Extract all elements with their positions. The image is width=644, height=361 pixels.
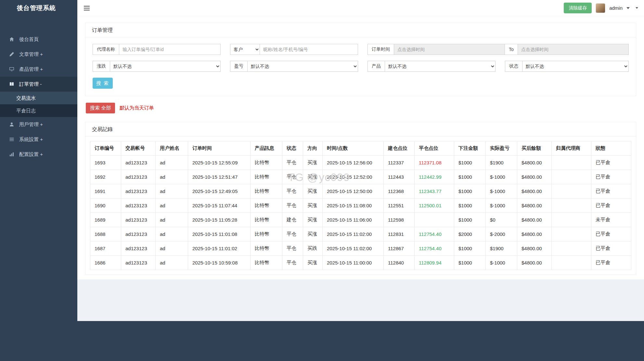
product-select[interactable]: 默认不选	[385, 61, 496, 72]
state-cell: 未平倉	[591, 213, 631, 227]
balance-after-cell: $4800.00	[517, 199, 552, 213]
search-all-button[interactable]: 搜索 全部	[86, 103, 115, 113]
profit-filter-label: 盈亏	[230, 61, 248, 72]
bet-amount-cell: $1000	[454, 256, 486, 270]
status-cell: 平仓	[282, 227, 303, 241]
sidebar-item-label: 訂單管理 -	[19, 81, 42, 87]
sidebar-item-articles[interactable]: 文章管理 +	[0, 47, 77, 62]
sidebar-item-users[interactable]: 用戶管理 +	[0, 117, 77, 132]
order-id-cell: 1686	[90, 256, 121, 270]
table-wrap: 订单编号交易帐号用户姓名订单时间产品訊息状态方向时间/点数建仓点位平仓点位下注金…	[85, 136, 636, 275]
table-row: 1686ad123123ad2025-10-15 10:59:08比特幣平仓买涨…	[90, 256, 631, 270]
sidebar-item-system[interactable]: 系統設置 +	[0, 132, 77, 147]
customer-filter-input[interactable]	[260, 44, 358, 55]
column-header: 归属代理商	[552, 141, 591, 156]
user-dropdown-caret-icon[interactable]	[626, 7, 630, 9]
open-point-cell: 112368	[384, 184, 415, 199]
time-to-input[interactable]	[518, 44, 629, 55]
balance-after-cell: $4800.00	[517, 241, 552, 256]
app-layout: 後台管理系統 後台首頁 文章管理 + 產品管理 +	[0, 0, 644, 361]
column-header: 建仓点位	[384, 141, 415, 156]
actual-profit-cell: $0	[486, 213, 517, 227]
direction-cell: 买涨	[303, 213, 323, 227]
article-icon	[8, 52, 15, 57]
open-point-cell: 112443	[384, 170, 415, 184]
close-point-cell: 112343.77	[415, 184, 454, 199]
bet-amount-cell: $1000	[454, 170, 486, 184]
time-point-cell: 2025-10-15 11:02:00	[323, 241, 384, 256]
sidebar-item-products[interactable]: 產品管理 +	[0, 62, 77, 77]
user-name-cell: ad	[156, 241, 188, 256]
product-icon	[8, 67, 15, 72]
profit-select[interactable]: 默认不选	[248, 61, 358, 72]
filter-row-2: 涨跌 默认不选 盈亏 默认不选 产品	[93, 61, 629, 72]
customer-type-select[interactable]: 客户	[230, 44, 260, 55]
account-cell: ad123123	[121, 213, 156, 227]
transactions-table: 订单编号交易帐号用户姓名订单时间产品訊息状态方向时间/点数建仓点位平仓点位下注金…	[90, 141, 631, 270]
sidebar-item-config[interactable]: 配置設置 +	[0, 147, 77, 162]
product-cell: 比特幣	[251, 241, 282, 256]
balance-after-cell: $4800.00	[517, 213, 552, 227]
page-content: 订单管理 代理名称 客户	[77, 16, 644, 279]
status-cell: 平仓	[282, 199, 303, 213]
order-id-cell: 1690	[90, 199, 121, 213]
transactions-tbody: 1693ad123123ad2025-10-15 12:55:09比特幣平仓买涨…	[90, 156, 631, 270]
column-header: 方向	[303, 141, 323, 156]
agent-cell	[552, 241, 591, 256]
sidebar-item-home[interactable]: 後台首頁	[0, 32, 77, 47]
agent-filter-input[interactable]	[119, 44, 221, 55]
state-cell: 已平倉	[591, 241, 631, 256]
column-header: 状态	[282, 141, 303, 156]
order-time-cell: 2025-10-15 11:05:28	[188, 213, 251, 227]
table-row: 1690ad123123ad2025-10-15 11:07:44比特幣平仓买涨…	[90, 199, 631, 213]
status-cell: 平仓	[282, 170, 303, 184]
direction-cell: 买跌	[303, 241, 323, 256]
actions-row: 搜索 全部 默认为当天订单	[86, 103, 636, 113]
order-time-cell: 2025-10-15 11:01:08	[188, 227, 251, 241]
agent-filter-group: 代理名称	[93, 44, 221, 55]
balance-after-cell: $4800.00	[517, 227, 552, 241]
column-header: 订单时间	[188, 141, 251, 156]
time-from-input[interactable]	[394, 44, 505, 55]
balance-after-cell: $4800.00	[517, 184, 552, 199]
direction-cell: 买涨	[303, 199, 323, 213]
agent-cell	[552, 199, 591, 213]
order-id-cell: 1693	[90, 156, 121, 170]
agent-cell	[552, 170, 591, 184]
direction-cell: 买涨	[303, 156, 323, 170]
to-label: To	[505, 44, 518, 55]
time-point-cell: 2025-10-15 11:02:00	[323, 227, 384, 241]
product-filter-group: 产品 默认不选	[367, 61, 496, 72]
product-cell: 比特幣	[251, 227, 282, 241]
table-row: 1692ad123123ad2025-10-15 12:51:47比特幣平仓买涨…	[90, 170, 631, 184]
direction-cell: 买涨	[303, 227, 323, 241]
account-cell: ad123123	[121, 256, 156, 270]
product-cell: 比特幣	[251, 156, 282, 170]
column-header: 买后餘額	[517, 141, 552, 156]
direction-cell: 买涨	[303, 184, 323, 199]
state-cell: 已平倉	[591, 170, 631, 184]
order-management-card: 订单管理 代理名称 客户	[85, 23, 636, 96]
close-point-cell: 112500.01	[415, 199, 454, 213]
product-cell: 比特幣	[251, 199, 282, 213]
order-time-cell: 2025-10-15 11:07:44	[188, 199, 251, 213]
status-select[interactable]: 默认不选	[522, 61, 629, 72]
hamburger-menu-icon[interactable]	[77, 0, 96, 16]
dropdown-caret-icon[interactable]	[636, 7, 638, 9]
users-icon	[8, 122, 15, 127]
agent-cell	[552, 213, 591, 227]
table-row: 1687ad123123ad2025-10-15 11:01:02比特幣平仓买跌…	[90, 241, 631, 256]
submenu-item-close-log[interactable]: 平倉日志	[0, 104, 77, 117]
order-time-cell: 2025-10-15 11:01:02	[188, 241, 251, 256]
product-cell: 比特幣	[251, 256, 282, 270]
sidebar-item-orders[interactable]: 訂單管理 -	[0, 77, 77, 92]
column-header: 时间/点数	[323, 141, 384, 156]
state-cell: 已平倉	[591, 256, 631, 270]
avatar[interactable]	[596, 3, 605, 13]
clear-cache-button[interactable]: 清除緩存	[564, 3, 592, 13]
search-button[interactable]: 搜 索	[93, 78, 113, 89]
actual-profit-cell: $-1000	[486, 199, 517, 213]
actual-profit-cell: $-1000	[486, 256, 517, 270]
submenu-item-transactions[interactable]: 交易流水	[0, 92, 77, 104]
updown-select[interactable]: 默认不选	[110, 61, 221, 72]
